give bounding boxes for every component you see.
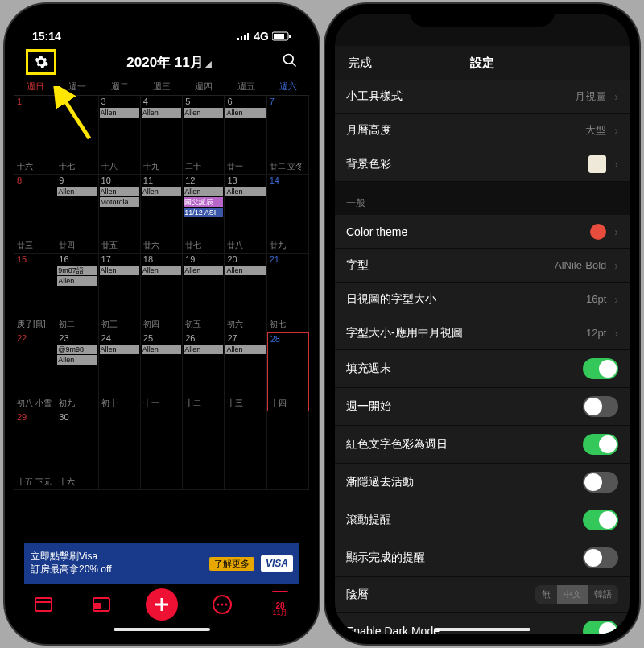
calendar-cell[interactable]	[99, 411, 141, 490]
events: 9m87語Allen	[57, 266, 97, 286]
ad-banner[interactable]: 立即點擊刷Visa 訂房最高拿20% off 了解更多 VISA	[24, 543, 299, 584]
calendar-cell[interactable]: 30十六	[56, 411, 98, 490]
row-label: 顯示完成的提醒	[346, 551, 425, 565]
lunar-label: 廿七	[185, 240, 201, 251]
lunar-label: 十七	[59, 161, 75, 172]
lunar-label: 二十	[185, 161, 201, 172]
calendar-cell[interactable]: 18Allen初四	[141, 254, 183, 332]
day-number: 28	[270, 334, 280, 344]
calendar-cell[interactable]: 17Allen初三	[99, 254, 141, 332]
calendar-cell[interactable]: 7廿二 立冬	[267, 96, 309, 175]
settings-row[interactable]: 漸隱過去活動	[335, 464, 630, 501]
calendar-cell[interactable]: 9Allen廿四	[56, 175, 98, 254]
calendar-cell[interactable]	[141, 411, 183, 490]
calendar-cell[interactable]: 3Allen十八	[99, 96, 141, 175]
calendar-cell[interactable]: 26Allen十二	[183, 332, 225, 411]
calendar-cell[interactable]	[225, 411, 266, 490]
calendar-cell[interactable]: 27Allen十三	[225, 332, 266, 411]
events: Allen	[184, 108, 223, 118]
calendar-cell[interactable]: 22初八 小雪	[14, 332, 56, 411]
segmented-control[interactable]: 無中文韓語	[535, 585, 618, 604]
settings-row[interactable]: 顯示完成的提醒	[335, 539, 630, 577]
svg-rect-0	[237, 38, 239, 40]
calendar-cell[interactable]: 15庚子[鼠]	[14, 254, 56, 332]
calendar-cell[interactable]	[183, 411, 225, 490]
toggle-switch[interactable]	[583, 547, 618, 568]
lunar-label: 廿六	[143, 240, 159, 251]
done-button[interactable]: 完成	[348, 56, 372, 71]
calendar-cell[interactable]: 21初七	[267, 254, 309, 332]
calendar-cell[interactable]: 169m87語Allen初二	[56, 254, 98, 332]
calendar-cell[interactable]: 10AllenMotorola廿五	[99, 175, 141, 254]
ad-cta[interactable]: 了解更多	[209, 557, 254, 571]
calendar-cell[interactable]: 13Allen廿八	[225, 175, 266, 254]
calendar-cell[interactable]: 19Allen初五	[183, 254, 225, 332]
calendar-grid[interactable]: 1十六2十七3Allen十八4Allen十九5Allen二十6Allen廿一7廿…	[14, 96, 309, 490]
calendar-cell[interactable]: 28十四	[267, 332, 309, 411]
segment-option[interactable]: 無	[535, 585, 557, 604]
toggle-switch[interactable]	[583, 358, 618, 379]
calendar-cell[interactable]: 29十五 下元	[14, 411, 56, 490]
calendar-cell[interactable]: 12Allen國父誕辰11/12 ASI廿七	[183, 175, 225, 254]
search-button[interactable]	[282, 52, 298, 72]
calendar-cell[interactable]: 8廿三	[14, 175, 56, 254]
day-number: 4	[143, 97, 148, 106]
toggle-switch[interactable]	[583, 472, 618, 493]
settings-row[interactable]: Color theme›	[335, 215, 630, 249]
calendar-cell[interactable]: 4Allen十九	[141, 96, 183, 175]
calendar-cell[interactable]: 1十六	[14, 96, 56, 175]
settings-row[interactable]: 陰曆無中文韓語	[335, 577, 630, 613]
tab-more[interactable]	[208, 591, 236, 618]
settings-row[interactable]: 小工具樣式月視圖›	[335, 80, 630, 114]
settings-row[interactable]: 滾動提醒	[335, 501, 630, 539]
calendar-cell[interactable]: 23@9m98Allen初九	[56, 332, 98, 411]
lunar-label: 初十	[101, 398, 118, 409]
home-indicator[interactable]	[114, 628, 210, 631]
settings-row[interactable]: 月曆高度大型›	[335, 114, 630, 147]
settings-row[interactable]: 背景色彩›	[335, 147, 630, 182]
settings-row[interactable]: 字型大小-應用中月視圖12pt›	[335, 316, 630, 350]
tab-today[interactable]: 2811月	[266, 591, 294, 618]
settings-row[interactable]: 字型AlNile-Bold›	[335, 249, 630, 283]
calendar-cell[interactable]: 11Allen廿六	[141, 175, 183, 254]
calendar-cell[interactable]: 24Allen初十	[99, 332, 141, 411]
plus-icon	[154, 596, 170, 613]
segment-option[interactable]: 中文	[557, 585, 588, 604]
month-title[interactable]: 2020年 11月◢	[126, 53, 211, 72]
events: Allen國父誕辰11/12 ASI	[184, 187, 223, 217]
weekday-label: 週六	[267, 78, 309, 95]
calendar-cell[interactable]: 5Allen二十	[183, 96, 225, 175]
add-button[interactable]	[146, 588, 178, 621]
settings-row[interactable]: 日視圖的字型大小16pt›	[335, 283, 630, 316]
lunar-label: 十一	[143, 398, 159, 409]
day-number: 24	[101, 333, 111, 343]
settings-list[interactable]: 小工具樣式月視圖›月曆高度大型›背景色彩›一般Color theme›字型AlN…	[335, 80, 630, 634]
events: @9m98Allen	[57, 345, 97, 365]
toggle-switch[interactable]	[583, 434, 618, 455]
settings-row[interactable]: 填充週末	[335, 350, 630, 388]
settings-row[interactable]: 週一開始	[335, 388, 630, 426]
calendar-cell[interactable]: 6Allen廿一	[225, 96, 266, 175]
tab-week[interactable]	[88, 591, 115, 618]
toggle-switch[interactable]	[583, 396, 618, 417]
day-number: 30	[59, 412, 68, 422]
home-indicator[interactable]	[434, 628, 530, 631]
color-dot	[590, 224, 606, 240]
calendar-cell[interactable]: 14廿九	[267, 175, 309, 254]
search-icon	[282, 52, 298, 68]
calendar-cell[interactable]: 25Allen十一	[141, 332, 183, 411]
calendar-cell[interactable]: 20Allen初六	[225, 254, 266, 332]
battery-icon	[272, 31, 291, 41]
events: Allen	[142, 266, 181, 275]
day-number: 1	[17, 97, 22, 106]
segment-option[interactable]: 韓語	[588, 585, 618, 604]
toggle-switch[interactable]	[583, 510, 618, 530]
tab-day[interactable]	[30, 591, 57, 618]
chevron-down-icon: ◢	[205, 60, 212, 68]
calendar-cell[interactable]	[267, 411, 309, 490]
toggle-switch[interactable]	[583, 621, 618, 634]
settings-button-highlight[interactable]	[26, 49, 56, 75]
row-value: 12pt›	[586, 327, 618, 340]
svg-point-18	[225, 604, 228, 606]
settings-row[interactable]: 紅色文字色彩為週日	[335, 426, 630, 464]
